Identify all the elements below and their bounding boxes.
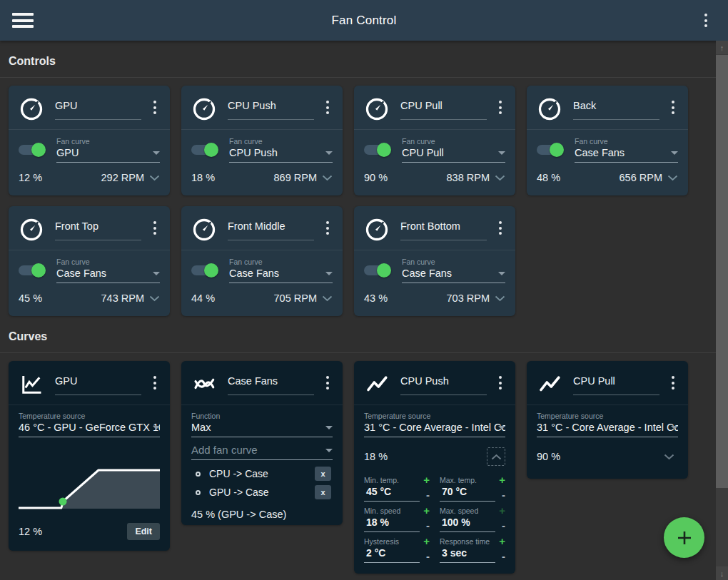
card-menu-icon[interactable] bbox=[321, 215, 334, 238]
fan-enabled-toggle[interactable] bbox=[19, 143, 46, 157]
dropdown-arrow-icon bbox=[498, 272, 505, 275]
card-menu-icon[interactable] bbox=[148, 370, 161, 392]
fan-percent: 45 % bbox=[19, 292, 42, 304]
scroll-up-button[interactable]: ↑ bbox=[716, 41, 728, 54]
curve-name: CPU Pull bbox=[573, 370, 659, 395]
fan-rpm-expander[interactable]: 703 RPM bbox=[447, 292, 505, 304]
fan-curve-select[interactable]: Fan curve Case Fans bbox=[56, 258, 160, 283]
fan-rpm: 743 RPM bbox=[101, 292, 144, 304]
parameter-value[interactable]: 100 % bbox=[440, 516, 495, 532]
gauge-icon bbox=[191, 96, 217, 122]
fan-curve-select[interactable]: Fan curve CPU Pull bbox=[402, 137, 505, 163]
fan-percent: 90 % bbox=[364, 172, 388, 183]
curve-status: 45 % (GPU -> Case) bbox=[181, 502, 343, 520]
card-menu-icon[interactable] bbox=[667, 370, 679, 392]
fan-curve-select[interactable]: Fan curve Case Fans bbox=[229, 258, 333, 283]
decrement-button[interactable]: - bbox=[495, 553, 505, 563]
increment-button[interactable]: + bbox=[420, 476, 430, 484]
increment-button[interactable]: + bbox=[495, 476, 505, 484]
overflow-menu-icon[interactable] bbox=[699, 11, 712, 30]
control-card: CPU Push Fan curve CPU Push 18 % 869 RPM bbox=[181, 86, 343, 195]
card-menu-icon[interactable] bbox=[494, 215, 507, 238]
fan-enabled-toggle[interactable] bbox=[364, 143, 391, 157]
fan-curve-graph[interactable] bbox=[19, 467, 160, 514]
add-fan-curve-select[interactable]: Add fan curve bbox=[191, 444, 333, 460]
dropdown-arrow-icon bbox=[153, 272, 160, 275]
fan-rpm-expander[interactable]: 838 RPM bbox=[447, 172, 505, 183]
fan-rpm-expander[interactable]: 292 RPM bbox=[101, 172, 160, 183]
scroll-down-button[interactable]: ↓ bbox=[716, 566, 728, 580]
fan-curve-select[interactable]: Fan curve CPU Push bbox=[229, 137, 333, 163]
parameter-label: Response time bbox=[440, 537, 490, 546]
edit-button[interactable]: Edit bbox=[127, 523, 160, 540]
dropdown-arrow-icon bbox=[325, 272, 333, 275]
fan-rpm-expander[interactable]: 705 RPM bbox=[274, 292, 333, 304]
fan-enabled-toggle[interactable] bbox=[191, 143, 218, 157]
collapse-expander[interactable] bbox=[487, 447, 505, 466]
fan-curve-select[interactable]: Fan curve GPU bbox=[56, 137, 160, 163]
add-button[interactable] bbox=[664, 517, 704, 558]
card-menu-icon[interactable] bbox=[148, 95, 161, 117]
curves-section-title: Curves bbox=[9, 330, 707, 343]
control-card: Front Top Fan curve Case Fans 45 % 743 R… bbox=[9, 206, 170, 316]
controls-row-2: Front Top Fan curve Case Fans 45 % 743 R… bbox=[9, 206, 707, 316]
parameter-value[interactable]: 2 °C bbox=[364, 546, 420, 563]
card-menu-icon[interactable] bbox=[494, 95, 507, 117]
parameter-value[interactable]: 45 °C bbox=[364, 485, 420, 502]
fan-enabled-toggle[interactable] bbox=[191, 263, 218, 278]
card-menu-icon[interactable] bbox=[148, 215, 161, 238]
fan-rpm: 656 RPM bbox=[620, 172, 662, 183]
temperature-source-select[interactable]: Temperature source 46 °C - GPU - GeForce… bbox=[19, 412, 160, 437]
fan-name: CPU Pull bbox=[400, 95, 487, 120]
remove-member-button[interactable]: x bbox=[315, 467, 331, 481]
parameter-value[interactable]: 70 °C bbox=[440, 485, 495, 502]
fan-enabled-toggle[interactable] bbox=[537, 143, 564, 157]
temperature-source-select[interactable]: Temperature source 31 °C - Core Average … bbox=[364, 412, 505, 437]
decrement-button[interactable]: - bbox=[420, 522, 430, 532]
fan-curve-select[interactable]: Fan curve Case Fans bbox=[575, 137, 678, 163]
temperature-source-select[interactable]: Temperature source 31 °C - Core Average … bbox=[537, 412, 678, 437]
scrollbar-thumb[interactable] bbox=[716, 55, 728, 488]
fan-enabled-toggle[interactable] bbox=[19, 263, 46, 278]
card-menu-icon[interactable] bbox=[494, 370, 507, 392]
decrement-button[interactable]: - bbox=[495, 522, 505, 532]
curve-parameter: Hysteresis + 2 °C - bbox=[364, 537, 430, 563]
increment-button[interactable]: + bbox=[495, 507, 505, 515]
fan-percent: 48 % bbox=[537, 172, 560, 183]
decrement-button[interactable]: - bbox=[420, 492, 430, 502]
fan-rpm-expander[interactable]: 869 RPM bbox=[274, 172, 333, 183]
parameter-value[interactable]: 3 sec bbox=[440, 546, 495, 563]
curve-member-label: GPU -> Case bbox=[209, 487, 315, 498]
control-card: Front Middle Fan curve Case Fans 44 % 70… bbox=[181, 206, 343, 316]
section-divider bbox=[0, 352, 716, 353]
parameter-value[interactable]: 18 % bbox=[364, 516, 420, 532]
function-label: Function bbox=[191, 412, 333, 420]
scrollbar[interactable]: ↑ ↓ bbox=[716, 41, 728, 580]
card-menu-icon[interactable] bbox=[321, 95, 334, 117]
curve-parameter: Min. temp. + 45 °C - bbox=[364, 476, 430, 502]
remove-member-button[interactable]: x bbox=[315, 485, 331, 499]
function-select[interactable]: Function Max bbox=[191, 412, 333, 437]
fan-rpm: 705 RPM bbox=[274, 292, 317, 304]
fan-rpm-expander[interactable]: 743 RPM bbox=[101, 292, 160, 304]
card-menu-icon[interactable] bbox=[667, 95, 679, 117]
chevron-down-icon bbox=[495, 172, 505, 183]
decrement-button[interactable]: - bbox=[420, 553, 430, 563]
fan-curve-label: Fan curve bbox=[229, 258, 333, 266]
gauge-icon bbox=[364, 96, 390, 122]
increment-button[interactable]: + bbox=[420, 537, 430, 546]
fan-curve-select[interactable]: Fan curve Case Fans bbox=[402, 258, 505, 283]
fan-enabled-toggle[interactable] bbox=[364, 263, 391, 278]
expand-expander[interactable] bbox=[659, 447, 678, 466]
increment-button[interactable]: + bbox=[495, 537, 505, 546]
fan-name: Front Bottom bbox=[400, 215, 487, 240]
increment-button[interactable]: + bbox=[420, 507, 430, 515]
decrement-button[interactable]: - bbox=[495, 492, 505, 502]
menu-icon[interactable] bbox=[12, 10, 34, 31]
fan-percent: 18 % bbox=[191, 172, 215, 183]
fan-rpm-expander[interactable]: 656 RPM bbox=[620, 172, 678, 183]
fan-curve-label: Fan curve bbox=[56, 137, 160, 146]
card-menu-icon[interactable] bbox=[321, 370, 334, 392]
curve-card-case-fans: Case Fans Function Max Add fan curve bbox=[181, 361, 343, 525]
fan-percent: 43 % bbox=[364, 292, 388, 304]
